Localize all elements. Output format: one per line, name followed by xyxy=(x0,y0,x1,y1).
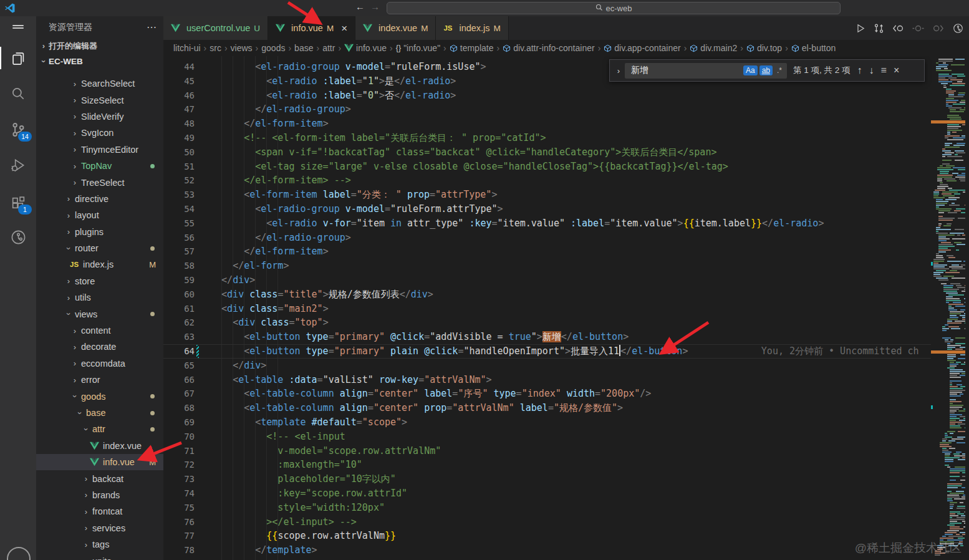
account-icon[interactable] xyxy=(7,547,31,560)
find-next-icon[interactable]: ↓ xyxy=(869,65,874,75)
tree-item-services[interactable]: ›services xyxy=(36,520,163,536)
code-line-49[interactable]: 49 <!-- <el-form-item label="关联后台类目： " p… xyxy=(163,131,931,145)
code-line-73[interactable]: 73 placeholder="10字以内" xyxy=(163,472,931,486)
nav-forward-icon[interactable]: → xyxy=(370,1,380,12)
commit-graph-icon[interactable] xyxy=(952,22,964,34)
run-file-icon[interactable] xyxy=(855,23,865,34)
source-control-icon[interactable]: 14 xyxy=(0,115,36,145)
breadcrumb-item-litchi-ui[interactable]: litchi-ui xyxy=(173,43,201,53)
breadcrumb-item-el-button[interactable]: el-button xyxy=(791,43,836,53)
code-line-69[interactable]: 69 <template #default="scope"> xyxy=(163,415,931,430)
code-line-57[interactable]: 57 </el-form-item> xyxy=(163,244,931,259)
tree-item-error[interactable]: ›error xyxy=(36,372,163,388)
current-change-icon[interactable] xyxy=(912,23,924,34)
menu-icon[interactable] xyxy=(0,16,36,37)
find-in-selection-icon[interactable]: ≡ xyxy=(881,65,887,75)
code-line-70[interactable]: 70 <!-- <el-input xyxy=(163,430,931,444)
breadcrumb-item-template[interactable]: template xyxy=(450,43,494,53)
code-line-52[interactable]: 52 </el-form-item> --> xyxy=(163,173,931,188)
breadcrumb-item-div-main2[interactable]: div.main2 xyxy=(690,43,737,53)
tree-item-svgicon[interactable]: ›SvgIcon xyxy=(36,125,163,141)
code-line-60[interactable]: 60 <div class="title">规格/参数值列表</div> xyxy=(163,287,931,302)
close-tab-icon[interactable]: × xyxy=(341,23,347,34)
breadcrumb-item-src[interactable]: src xyxy=(210,43,221,53)
tab-info-vue[interactable]: info.vueM× xyxy=(268,16,355,40)
git-compare-icon[interactable] xyxy=(874,23,884,34)
breadcrumb-item-goods[interactable]: goods xyxy=(261,43,285,53)
code-line-63[interactable]: 63 <el-button type="primary" @click="add… xyxy=(163,330,931,344)
tree-item-directive[interactable]: ›directive xyxy=(36,191,163,207)
tree-item-content[interactable]: ›content xyxy=(36,322,163,339)
code-line-55[interactable]: 55 <el-radio v-for="item in attr_type" :… xyxy=(163,216,931,231)
tab-index-js[interactable]: JSindex.jsM xyxy=(436,16,508,40)
regex-toggle[interactable]: .* xyxy=(774,65,784,75)
code-line-46[interactable]: 46 <el-radio :label="0">否</el-radio> xyxy=(163,89,931,103)
tree-item-attr[interactable]: ›attr xyxy=(36,421,163,437)
tree-item-store[interactable]: ›store xyxy=(36,273,163,289)
explorer-icon[interactable] xyxy=(0,43,36,73)
code-line-56[interactable]: 56 </el-radio-group> xyxy=(163,231,931,245)
tree-item-brands[interactable]: ›brands xyxy=(36,487,163,503)
code-line-65[interactable]: 65 </div> xyxy=(163,359,931,373)
code-line-71[interactable]: 71 v-model="scope.row.attrValNm" xyxy=(163,444,931,458)
prev-change-icon[interactable] xyxy=(892,23,904,34)
code-line-54[interactable]: 54 <el-radio-group v-model="ruleForm.att… xyxy=(163,202,931,216)
tree-item-index-vue[interactable]: index.vue xyxy=(36,438,163,454)
code-line-78[interactable]: 78 </template> xyxy=(163,543,931,558)
code-line-62[interactable]: 62 <div class="top"> xyxy=(163,316,931,330)
tree-item-router[interactable]: ›router xyxy=(36,240,163,256)
code-line-53[interactable]: 53 <el-form-item label="分类： " prop="attr… xyxy=(163,188,931,202)
tree-item-base[interactable]: ›base xyxy=(36,405,163,421)
tree-item-decorate[interactable]: ›decorate xyxy=(36,339,163,355)
tree-item-slideverify[interactable]: ›SlideVerify xyxy=(36,109,163,125)
tab-usercontrol-vue[interactable]: userControl.vueU xyxy=(163,16,268,40)
tree-item-utils[interactable]: ›utils xyxy=(36,289,163,306)
commit-graph-view-icon[interactable] xyxy=(0,222,36,252)
code-line-72[interactable]: 72 :maxlength="10" xyxy=(163,458,931,472)
search-view-icon[interactable] xyxy=(0,79,36,109)
breadcrumb-item-div-top[interactable]: div.top xyxy=(746,43,782,53)
code-line-48[interactable]: 48 </el-form-item> xyxy=(163,117,931,131)
tree-item-tags[interactable]: ›tags xyxy=(36,536,163,553)
tree-item-backcat[interactable]: ›backcat xyxy=(36,470,163,486)
tree-item-treeselect[interactable]: ›TreeSelect xyxy=(36,174,163,190)
code-line-61[interactable]: 61 <div class="main2"> xyxy=(163,302,931,316)
breadcrumb-item-base[interactable]: base xyxy=(294,43,313,53)
code-line-47[interactable]: 47 </el-radio-group> xyxy=(163,102,931,117)
whole-word-toggle[interactable]: ab xyxy=(759,65,773,75)
tree-item-topnav[interactable]: ›TopNav xyxy=(36,158,163,174)
breadcrumb-item-info-vue[interactable]: info.vue xyxy=(344,43,387,53)
tree-item-goods[interactable]: ›goods xyxy=(36,388,163,404)
nav-back-icon[interactable]: ← xyxy=(355,1,365,12)
section-open-editors[interactable]: › 打开的编辑器 xyxy=(36,38,163,54)
code-line-67[interactable]: 67 <el-table-column align="center" label… xyxy=(163,387,931,401)
code-line-68[interactable]: 68 <el-table-column align="center" prop=… xyxy=(163,401,931,415)
code-line-59[interactable]: 59 </div> xyxy=(163,273,931,287)
tree-item-index-js[interactable]: JSindex.jsM xyxy=(36,256,163,273)
more-actions-icon[interactable]: ⋯ xyxy=(147,21,157,33)
run-debug-icon[interactable] xyxy=(0,150,36,180)
code-line-77[interactable]: 77 {{scope.row.attrValNm}} xyxy=(163,529,931,543)
code-line-76[interactable]: 76 ></el-input> --> xyxy=(163,515,931,529)
breadcrumb-item--info-vue-[interactable]: {}"info.vue" xyxy=(396,43,440,53)
code-line-50[interactable]: 50 <span v-if="!backcatTag" class="backc… xyxy=(163,145,931,160)
find-input[interactable] xyxy=(630,65,741,76)
tree-item-info-vue[interactable]: info.vueM xyxy=(36,454,163,470)
breadcrumb-item-div-app-container[interactable]: div.app-container xyxy=(604,43,680,53)
tab-index-vue[interactable]: index.vueM xyxy=(355,16,436,40)
find-prev-icon[interactable]: ↑ xyxy=(857,65,862,75)
extensions-icon[interactable]: 1 xyxy=(0,188,36,218)
toggle-replace-icon[interactable]: › xyxy=(614,66,624,75)
tree-item-frontcat[interactable]: ›frontcat xyxy=(36,503,163,519)
tree-item-tinymceeditor[interactable]: ›TinymceEditor xyxy=(36,142,163,158)
tree-item-sizeselect[interactable]: ›SizeSelect xyxy=(36,92,163,108)
command-center-search[interactable]: ec-web xyxy=(387,2,841,14)
code-editor[interactable]: 44 <el-radio-group v-model="ruleForm.isU… xyxy=(163,56,969,560)
match-case-toggle[interactable]: Aa xyxy=(743,65,758,75)
tree-item-searchselect[interactable]: ›SearchSelect xyxy=(36,75,163,92)
code-line-51[interactable]: 51 <el-tag size="large" v-else closable … xyxy=(163,160,931,174)
tree-item-layout[interactable]: ›layout xyxy=(36,207,163,223)
minimap[interactable] xyxy=(931,56,965,560)
code-line-75[interactable]: 75 style="width:120px" xyxy=(163,501,931,515)
tree-item-units[interactable]: ›units xyxy=(36,553,163,560)
